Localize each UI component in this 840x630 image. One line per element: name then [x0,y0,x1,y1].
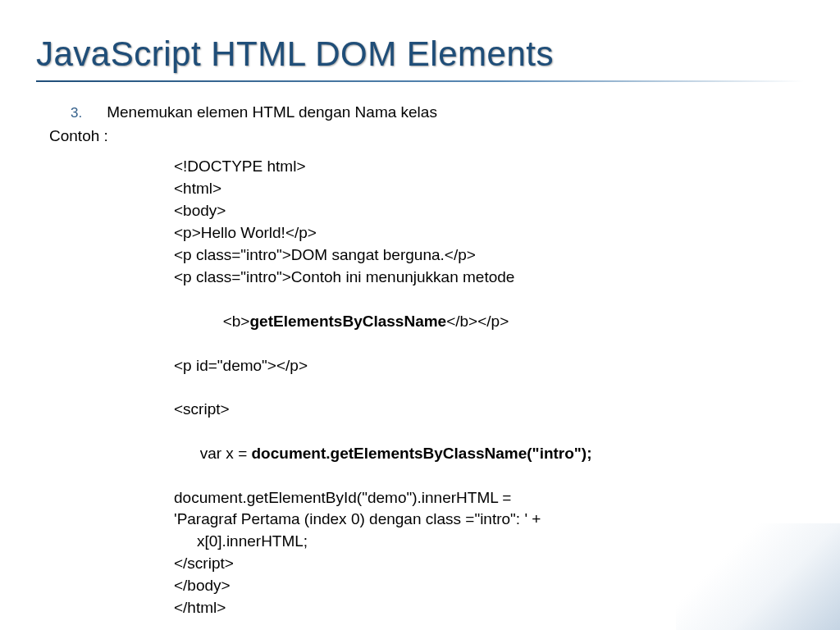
code-line: <!DOCTYPE html> [174,156,791,178]
code-text: </b></p> [446,313,509,330]
code-line: <html> [174,178,791,200]
code-line: 'Paragraf Pertama (index 0) dengan class… [174,509,791,531]
code-line: </html> [174,597,791,619]
contoh-label: Contoh : [49,126,791,148]
code-text: <b> [223,313,250,330]
list-item-3: 3. Menemukan elemen HTML dengan Nama kel… [49,102,791,124]
code-line: <p class="intro">DOM sangat berguna.</p> [174,244,791,267]
code-bold: getElementsByClassName [249,313,446,330]
slide-content: 3. Menemukan elemen HTML dengan Nama kel… [0,82,840,619]
list-number: 3. [71,103,82,123]
code-line: </body> [174,575,791,597]
code-line: x[0].innerHTML; [174,531,791,553]
code-line: </script> [174,553,791,575]
code-bold: document.getElementsByClassName("intro")… [252,445,592,462]
code-line: document.getElementById("demo").innerHTM… [174,487,791,509]
code-line: <script> [174,399,791,421]
code-line: <p id="demo"></p> [174,355,791,377]
slide-title: JavaScript HTML DOM Elements [0,0,840,74]
list-heading: Menemukan elemen HTML dengan Nama kelas [107,102,437,124]
code-line: <p>Hello World!</p> [174,222,791,244]
code-text: var x = [200,445,252,462]
code-line: <b>getElementsByClassName</b></p> [174,289,791,355]
code-example: <!DOCTYPE html> <html> <body> <p>Hello W… [49,156,791,619]
code-line: <body> [174,200,791,222]
code-line: <p class="intro">Contoh ini menunjukkan … [174,267,791,289]
code-line: var x = document.getElementsByClassName(… [174,421,791,487]
